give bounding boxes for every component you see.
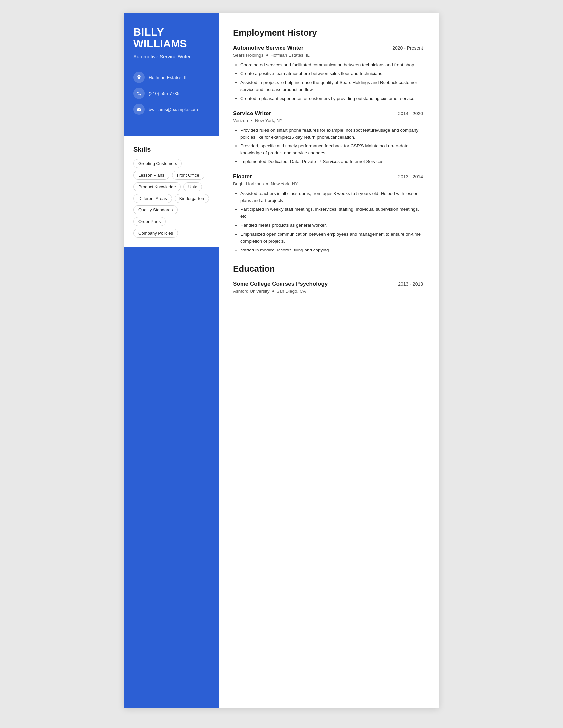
company-name: Verizon — [233, 118, 248, 123]
job-location: New York, NY — [270, 181, 298, 186]
edu-header: Some College Courses Psychology2013 - 20… — [233, 281, 423, 287]
job-dates: 2020 - Present — [393, 45, 423, 51]
edu-dates: 2013 - 2013 — [398, 281, 423, 287]
skill-tag: Front Office — [172, 171, 204, 180]
job-title: Floater — [233, 173, 252, 180]
skill-tag: Different Areas — [133, 194, 172, 203]
separator-dot — [272, 290, 274, 292]
company-name: Bright Horizons — [233, 181, 263, 186]
job-bullets-list: Provided rules on smart phone features f… — [233, 127, 423, 166]
candidate-title: Automotive Service Writer — [133, 53, 209, 60]
skill-tag: Order Parts — [133, 217, 165, 226]
phone-text: (210) 555-7735 — [149, 91, 179, 96]
skills-heading: Skills — [133, 146, 209, 153]
education-container: Some College Courses Psychology2013 - 20… — [233, 281, 423, 294]
phone-icon — [133, 88, 145, 99]
school-name: Ashford University — [233, 289, 269, 294]
job-bullet: started in medical records, filing and c… — [240, 247, 423, 254]
job-entry: Service Writer2014 - 2020VerizonNew York… — [233, 110, 423, 166]
job-header: Service Writer2014 - 2020 — [233, 110, 423, 117]
resume-container: BILLY WILLIAMS Automotive Service Writer… — [124, 13, 439, 708]
education-entry: Some College Courses Psychology2013 - 20… — [233, 281, 423, 294]
email-text: bwilliams@example.com — [149, 107, 198, 112]
education-heading: Education — [233, 264, 423, 274]
contact-section: Hoffman Estates, IL (210) 555-7735 bwill… — [133, 72, 209, 115]
skill-tag: Greeting Customers — [133, 159, 182, 168]
job-dates: 2014 - 2020 — [398, 110, 423, 116]
edu-school: Ashford UniversitySan Diego, CA — [233, 289, 423, 294]
job-location: New York, NY — [255, 118, 283, 123]
candidate-name: BILLY WILLIAMS — [133, 26, 209, 50]
skill-tag: Unix — [183, 182, 202, 191]
skill-tag: Quality Standards — [133, 205, 177, 214]
job-company: Sears HoldingsHoffman Estates, IL — [233, 53, 423, 58]
job-header: Floater2013 - 2014 — [233, 173, 423, 180]
job-bullet: Coordinated services and facilitated com… — [240, 62, 423, 68]
job-entry: Floater2013 - 2014Bright HorizonsNew Yor… — [233, 173, 423, 253]
education-section: Education Some College Courses Psycholog… — [233, 264, 423, 294]
job-bullet: Assisted in projects to help increase th… — [240, 79, 423, 93]
skill-tag: Lesson Plans — [133, 171, 169, 180]
contact-phone: (210) 555-7735 — [133, 88, 209, 99]
job-dates: 2013 - 2014 — [398, 173, 423, 179]
separator-dot — [266, 183, 268, 185]
job-company: Bright HorizonsNew York, NY — [233, 181, 423, 186]
school-location: San Diego, CA — [276, 289, 306, 294]
location-icon — [133, 72, 145, 83]
contact-email: bwilliams@example.com — [133, 104, 209, 115]
job-bullet: Create a positive team atmosphere betwee… — [240, 70, 423, 77]
company-name: Sears Holdings — [233, 53, 263, 58]
contact-location: Hoffman Estates, IL — [133, 72, 209, 83]
job-bullets-list: Assisted teachers in all classrooms, fro… — [233, 190, 423, 253]
job-bullets-list: Coordinated services and facilitated com… — [233, 62, 423, 102]
job-entry: Automotive Service Writer2020 - PresentS… — [233, 45, 423, 102]
skills-section: Skills Greeting CustomersLesson PlansFro… — [124, 136, 218, 247]
job-bullet: Provided rules on smart phone features f… — [240, 127, 423, 141]
job-bullet: Participated in weekly staff meetings, i… — [240, 206, 423, 220]
jobs-container: Automotive Service Writer2020 - PresentS… — [233, 45, 423, 254]
job-bullet: Created a pleasant experience for custom… — [240, 95, 423, 102]
job-header: Automotive Service Writer2020 - Present — [233, 45, 423, 51]
sidebar: BILLY WILLIAMS Automotive Service Writer… — [124, 13, 218, 708]
location-text: Hoffman Estates, IL — [149, 75, 188, 80]
job-bullet: Assisted teachers in all classrooms, fro… — [240, 190, 423, 204]
employment-heading: Employment History — [233, 28, 423, 38]
job-company: VerizonNew York, NY — [233, 118, 423, 123]
job-bullet: Emphasized open communication between em… — [240, 231, 423, 245]
main-content: Employment History Automotive Service Wr… — [218, 13, 439, 708]
email-icon — [133, 104, 145, 115]
job-location: Hoffman Estates, IL — [270, 53, 310, 58]
separator-dot — [266, 54, 268, 56]
skill-tag: Product Knowledge — [133, 182, 181, 191]
skill-tag: Kindergarten — [174, 194, 209, 203]
skills-tags: Greeting CustomersLesson PlansFront Offi… — [133, 159, 209, 238]
job-title: Service Writer — [233, 110, 271, 117]
job-bullet: Handled meats products as general worker… — [240, 222, 423, 229]
sidebar-divider — [133, 127, 209, 127]
employment-section: Employment History Automotive Service Wr… — [233, 28, 423, 254]
job-bullet: Implemented Dedicated, Data, Private IP … — [240, 159, 423, 165]
separator-dot — [251, 120, 252, 121]
job-title: Automotive Service Writer — [233, 45, 304, 51]
edu-degree: Some College Courses Psychology — [233, 281, 328, 287]
skill-tag: Company Policies — [133, 229, 178, 238]
job-bullet: Provided, specific and timely performanc… — [240, 143, 423, 157]
